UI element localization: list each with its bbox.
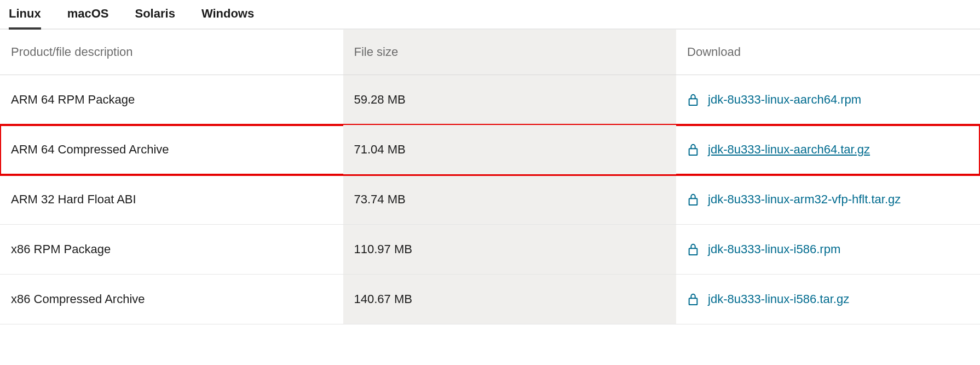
column-header-filesize: File size [343,30,677,75]
download-link[interactable]: jdk-8u333-linux-i586.tar.gz [708,292,849,306]
cell-filesize: 73.74 MB [343,175,677,225]
svg-rect-1 [689,149,697,155]
tab-solaris[interactable]: Solaris [135,0,175,30]
cell-description: ARM 64 Compressed Archive [0,125,343,175]
cell-download: jdk-8u333-linux-arm32-vfp-hflt.tar.gz [676,175,980,225]
svg-rect-4 [689,298,697,305]
table-row: ARM 64 RPM Package59.28 MBjdk-8u333-linu… [0,75,980,125]
lock-icon [687,142,699,157]
svg-rect-0 [689,99,697,105]
cell-filesize: 59.28 MB [343,75,677,125]
cell-description: x86 Compressed Archive [0,275,343,324]
cell-description: ARM 32 Hard Float ABI [0,175,343,225]
download-link[interactable]: jdk-8u333-linux-i586.rpm [708,242,840,256]
lock-icon [687,242,699,256]
download-link[interactable]: jdk-8u333-linux-arm32-vfp-hflt.tar.gz [708,192,901,207]
cell-download: jdk-8u333-linux-i586.tar.gz [676,275,980,324]
column-header-description: Product/file description [0,30,343,75]
cell-description: ARM 64 RPM Package [0,75,343,125]
cell-download: jdk-8u333-linux-i586.rpm [676,225,980,275]
column-header-download: Download [676,30,980,75]
cell-filesize: 140.67 MB [343,275,677,324]
cell-description: x86 RPM Package [0,225,343,275]
lock-icon [687,93,699,107]
table-row: x86 RPM Package110.97 MBjdk-8u333-linux-… [0,225,980,275]
downloads-table: Product/file description File size Downl… [0,30,980,324]
cell-filesize: 110.97 MB [343,225,677,275]
tab-macos[interactable]: macOS [67,0,109,30]
cell-download: jdk-8u333-linux-aarch64.tar.gz [676,125,980,175]
download-link[interactable]: jdk-8u333-linux-aarch64.rpm [708,93,861,107]
lock-icon [687,292,699,306]
table-row: x86 Compressed Archive140.67 MBjdk-8u333… [0,275,980,324]
lock-icon [687,192,699,207]
tab-windows[interactable]: Windows [201,0,254,30]
table-row: ARM 32 Hard Float ABI73.74 MBjdk-8u333-l… [0,175,980,225]
table-header-row: Product/file description File size Downl… [0,30,980,75]
cell-filesize: 71.04 MB [343,125,677,175]
svg-rect-3 [689,248,697,255]
cell-download: jdk-8u333-linux-aarch64.rpm [676,75,980,125]
table-row: ARM 64 Compressed Archive71.04 MBjdk-8u3… [0,125,980,175]
svg-rect-2 [689,198,697,205]
tab-linux[interactable]: Linux [9,0,41,30]
download-link[interactable]: jdk-8u333-linux-aarch64.tar.gz [708,142,870,157]
os-tabs: Linux macOS Solaris Windows [0,0,980,30]
